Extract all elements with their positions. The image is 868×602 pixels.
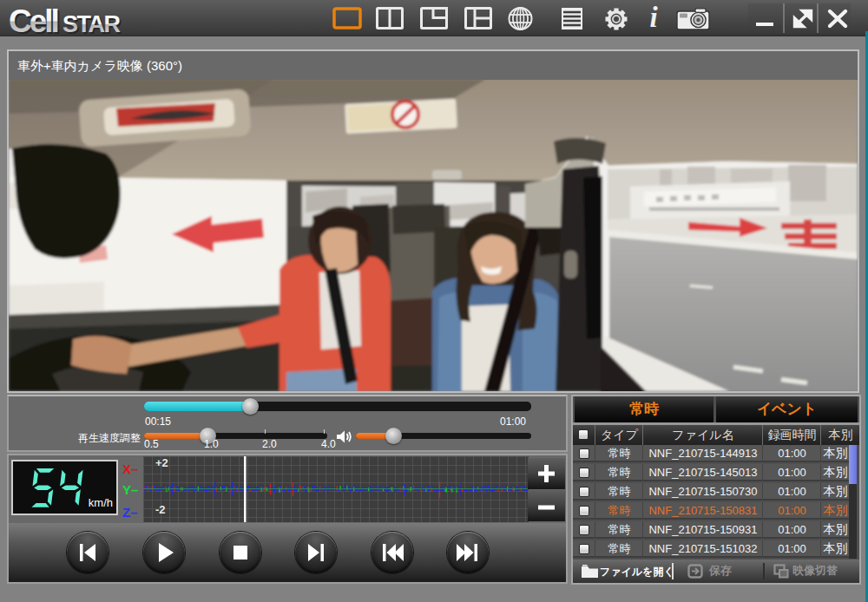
svg-text:Cell: Cell [9, 3, 58, 36]
svg-text:STAR: STAR [62, 11, 120, 36]
svg-text:-2: -2 [155, 503, 166, 516]
svg-text:+2: +2 [155, 456, 168, 469]
